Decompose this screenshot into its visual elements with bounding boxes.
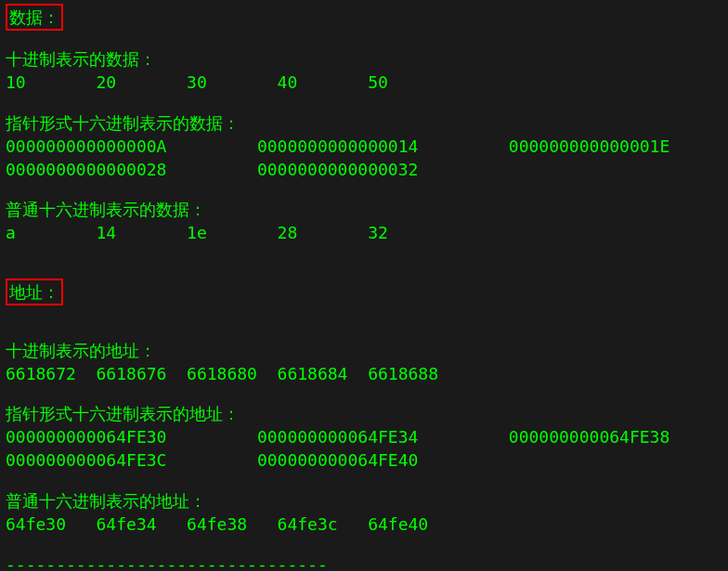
- spacer: [6, 262, 722, 279]
- pointer-hex-address-block: 指针形式十六进制表示的地址： 000000000064FE30 00000000…: [6, 402, 722, 473]
- decimal-address-row: 6618672 6618676 6618680 6618684 6618688: [6, 364, 438, 383]
- address-section-header: 地址：: [6, 279, 63, 305]
- address-header-text: 地址：: [9, 282, 59, 302]
- pointer-hex-address-row2: 000000000064FE3C 000000000064FE40: [6, 450, 418, 470]
- normal-hex-data-row: a 14 1e 28 32: [6, 223, 388, 242]
- decimal-data-label: 十进制表示的数据：: [6, 47, 722, 71]
- pointer-hex-address-row1: 000000000064FE30 000000000064FE34 000000…: [6, 427, 670, 447]
- pointer-hex-data-label: 指针形式十六进制表示的数据：: [6, 111, 722, 135]
- normal-hex-data-label: 普通十六进制表示的数据：: [6, 198, 722, 221]
- pointer-hex-data-row1: 000000000000000A 0000000000000014 000000…: [6, 136, 670, 156]
- spacer: [6, 322, 722, 339]
- normal-hex-address-row: 64fe30 64fe34 64fe38 64fe3c 64fe40: [6, 514, 428, 534]
- normal-hex-address-label: 普通十六进制表示的地址：: [6, 489, 722, 513]
- pointer-hex-address-label: 指针形式十六进制表示的地址：: [6, 402, 722, 425]
- decimal-data-row: 10 20 30 40 50: [6, 72, 388, 92]
- data-section-header: 数据：: [6, 4, 63, 31]
- decimal-address-label: 十进制表示的地址：: [6, 339, 722, 362]
- data-header-text: 数据：: [9, 7, 59, 27]
- normal-hex-address-block: 普通十六进制表示的地址： 64fe30 64fe34 64fe38 64fe3c…: [6, 489, 722, 536]
- terminal-output: 数据： 十进制表示的数据： 10 20 30 40 50 指针形式十六进制表示的…: [6, 4, 722, 571]
- normal-hex-data-block: 普通十六进制表示的数据： a 14 1e 28 32: [6, 198, 722, 244]
- decimal-data-block: 十进制表示的数据： 10 20 30 40 50: [6, 47, 722, 94]
- divider-line: --------------------------------: [6, 552, 722, 571]
- pointer-hex-data-block: 指针形式十六进制表示的数据： 000000000000000A 00000000…: [6, 111, 722, 182]
- decimal-address-block: 十进制表示的地址： 6618672 6618676 6618680 661868…: [6, 339, 722, 385]
- pointer-hex-data-row2: 0000000000000028 0000000000000032: [6, 160, 418, 179]
